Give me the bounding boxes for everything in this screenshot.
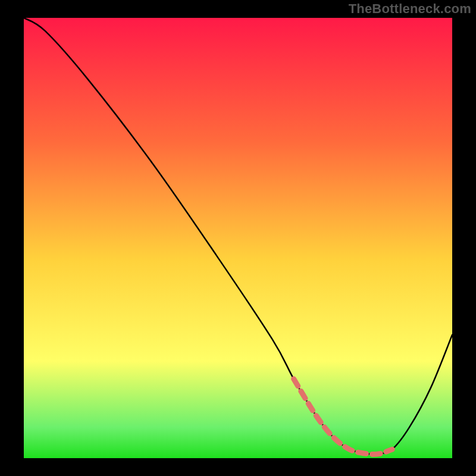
watermark-text: TheBottleneck.com — [349, 1, 471, 17]
bottleneck-chart — [24, 18, 452, 458]
chart-svg — [24, 18, 452, 458]
chart-frame: TheBottleneck.com — [0, 0, 476, 476]
gradient-rect — [24, 18, 452, 458]
